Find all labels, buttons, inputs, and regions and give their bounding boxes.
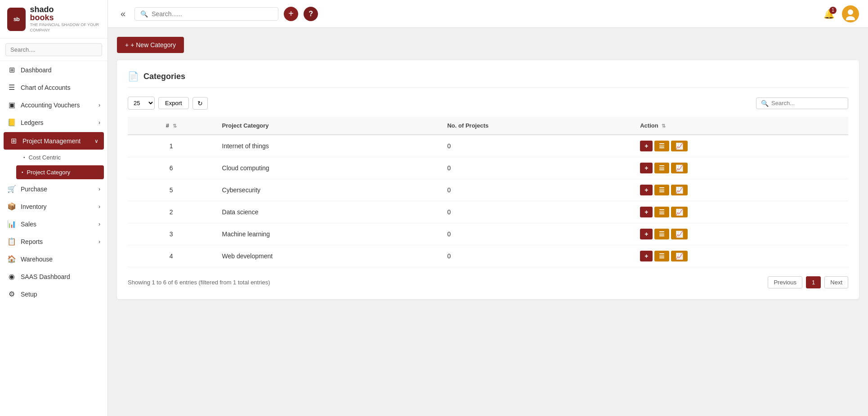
- bullet-icon: •: [22, 170, 23, 175]
- main-area: « 🔍 + ? 🔔 1 + + New Category: [108, 0, 868, 416]
- footer-text: Showing 1 to 6 of 6 entries (filtered fr…: [128, 279, 270, 286]
- add-project-button[interactable]: +: [640, 185, 653, 195]
- chevron-right-icon: ›: [98, 239, 100, 245]
- per-page-select[interactable]: 25 50 100: [128, 97, 155, 110]
- sort-arrows-icon: ⇅: [173, 123, 177, 128]
- brand-name: shadobooks: [30, 5, 100, 22]
- sidebar-item-project-management[interactable]: ⊞ Project Management ∨: [4, 132, 104, 150]
- cell-category: Machine learning: [215, 223, 440, 245]
- sidebar-item-label: Accounting Vouchers: [21, 102, 80, 109]
- sidebar-item-ledgers[interactable]: 📒 Ledgers ›: [0, 114, 107, 131]
- logo-area: sb shadobooks THE FINANCIAL SHADOW OF YO…: [0, 0, 107, 39]
- back-button[interactable]: «: [117, 7, 129, 21]
- chevron-right-icon: ›: [98, 186, 100, 192]
- list-projects-button[interactable]: ☰: [654, 229, 669, 239]
- chart-projects-button[interactable]: 📈: [671, 229, 688, 239]
- content-area: + + New Category 📄 Categories 25 50 100 …: [108, 28, 868, 416]
- cell-category: Web development: [215, 245, 440, 267]
- chart-projects-button[interactable]: 📈: [671, 207, 688, 217]
- table-row: 6 Cloud computing 0 + ☰ 📈: [128, 157, 848, 179]
- add-button[interactable]: +: [284, 7, 298, 21]
- chevron-down-icon: ∨: [94, 138, 98, 144]
- sidebar-item-accounting-vouchers[interactable]: ▣ Accounting Vouchers ›: [0, 96, 107, 114]
- sidebar-item-reports[interactable]: 📋 Reports ›: [0, 233, 107, 250]
- cell-action: + ☰ 📈: [633, 179, 848, 201]
- add-project-button[interactable]: +: [640, 141, 653, 151]
- table-row: 4 Web development 0 + ☰ 📈: [128, 245, 848, 267]
- sidebar: sb shadobooks THE FINANCIAL SHADOW OF YO…: [0, 0, 108, 416]
- sidebar-item-label: Purchase: [21, 186, 47, 193]
- table-row: 2 Data science 0 + ☰ 📈: [128, 201, 848, 223]
- table-search-input[interactable]: [771, 100, 843, 106]
- project-management-submenu: • Cost Centric • Project Category: [0, 150, 107, 180]
- add-project-button[interactable]: +: [640, 207, 653, 217]
- sidebar-item-inventory[interactable]: 📦 Inventory ›: [0, 198, 107, 215]
- chevron-right-icon: ›: [98, 204, 100, 210]
- add-project-button[interactable]: +: [640, 229, 653, 239]
- chart-projects-button[interactable]: 📈: [671, 251, 688, 261]
- chart-projects-button[interactable]: 📈: [671, 185, 688, 195]
- action-buttons: + ☰ 📈: [640, 141, 841, 151]
- list-projects-button[interactable]: ☰: [654, 163, 669, 173]
- topbar-search-input[interactable]: [152, 10, 273, 18]
- col-action: Action ⇅: [633, 117, 848, 135]
- sub-item-label: Project Category: [27, 169, 71, 176]
- card-title: 📄 Categories: [128, 71, 848, 88]
- help-button[interactable]: ?: [304, 7, 318, 21]
- sidebar-item-label: Project Management: [22, 137, 81, 145]
- vouchers-icon: ▣: [7, 101, 16, 109]
- avatar[interactable]: [842, 5, 859, 22]
- chart-projects-button[interactable]: 📈: [671, 141, 688, 151]
- chart-projects-button[interactable]: 📈: [671, 163, 688, 173]
- topbar: « 🔍 + ? 🔔 1: [108, 0, 868, 28]
- col-number: # ⇅: [128, 117, 215, 135]
- list-projects-button[interactable]: ☰: [654, 141, 669, 151]
- cell-projects: 0: [440, 223, 633, 245]
- col-category: Project Category: [215, 117, 440, 135]
- setup-icon: ⚙: [7, 290, 16, 298]
- sidebar-item-sales[interactable]: 📊 Sales ›: [0, 215, 107, 233]
- list-projects-button[interactable]: ☰: [654, 185, 669, 195]
- refresh-button[interactable]: ↻: [192, 97, 208, 110]
- logo-initials: sb: [13, 16, 19, 22]
- action-buttons: + ☰ 📈: [640, 207, 841, 217]
- sidebar-item-label: Warehouse: [21, 256, 53, 263]
- cell-number: 5: [128, 179, 215, 201]
- sidebar-item-label: Dashboard: [21, 66, 52, 74]
- reports-icon: 📋: [7, 237, 16, 246]
- list-projects-button[interactable]: ☰: [654, 251, 669, 261]
- svg-point-1: [846, 16, 855, 20]
- sidebar-item-dashboard[interactable]: ⊞ Dashboard: [0, 61, 107, 79]
- sidebar-item-cost-centric[interactable]: • Cost Centric: [16, 150, 107, 164]
- sidebar-item-saas-dashboard[interactable]: ◉ SAAS Dashboard: [0, 268, 107, 285]
- cell-projects: 0: [440, 245, 633, 267]
- new-category-label: + New Category: [130, 41, 176, 49]
- sidebar-item-purchase[interactable]: 🛒 Purchase ›: [0, 180, 107, 198]
- export-button[interactable]: Export: [158, 97, 189, 109]
- list-projects-button[interactable]: ☰: [654, 207, 669, 217]
- notification-button[interactable]: 🔔 1: [823, 9, 835, 19]
- cell-category: Internet of things: [215, 135, 440, 157]
- sort-arrows-icon: ⇅: [662, 123, 666, 128]
- sidebar-item-setup[interactable]: ⚙ Setup: [0, 285, 107, 303]
- page-1-button[interactable]: 1: [806, 276, 821, 288]
- purchase-icon: 🛒: [7, 185, 16, 193]
- brand-tagline: THE FINANCIAL SHADOW OF YOUR COMPANY: [30, 22, 100, 33]
- sidebar-item-label: Reports: [21, 238, 43, 245]
- previous-button[interactable]: Previous: [768, 276, 802, 288]
- table-row: 3 Machine learning 0 + ☰ 📈: [128, 223, 848, 245]
- next-button[interactable]: Next: [824, 276, 848, 288]
- dashboard-icon: ⊞: [7, 66, 16, 74]
- sidebar-search-input[interactable]: [5, 43, 102, 56]
- saas-icon: ◉: [7, 272, 16, 281]
- sidebar-item-project-category[interactable]: • Project Category: [16, 165, 104, 179]
- add-project-button[interactable]: +: [640, 163, 653, 173]
- sidebar-item-warehouse[interactable]: 🏠 Warehouse: [0, 250, 107, 268]
- chevron-right-icon: ›: [98, 102, 100, 108]
- sidebar-item-chart-of-accounts[interactable]: ☰ Chart of Accounts: [0, 79, 107, 96]
- add-project-button[interactable]: +: [640, 251, 653, 261]
- sidebar-item-label: Inventory: [21, 203, 47, 210]
- bullet-icon: •: [23, 155, 25, 160]
- table-row: 1 Internet of things 0 + ☰ 📈: [128, 135, 848, 157]
- new-category-button[interactable]: + + New Category: [117, 37, 184, 53]
